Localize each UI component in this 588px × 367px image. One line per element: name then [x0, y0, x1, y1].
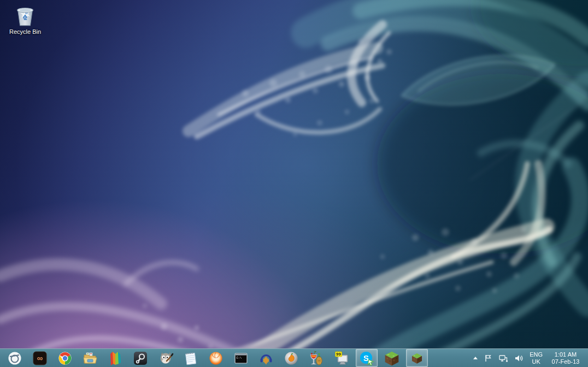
- wallpaper-smoke-art: [0, 0, 588, 367]
- command-prompt-icon: C:\: [233, 351, 249, 366]
- cocktail-pineapple-icon: [308, 351, 325, 366]
- start-orb-icon: [7, 351, 22, 366]
- avg-antivirus-icon: [108, 351, 123, 366]
- skype-s-glyph: S: [363, 353, 369, 362]
- file-explorer-icon: [82, 351, 98, 366]
- audacity-icon: [258, 351, 274, 366]
- taskbar-apps: ∞: [0, 349, 430, 367]
- chevron-up-icon: [473, 357, 478, 359]
- infinity-app-button[interactable]: ∞: [27, 349, 52, 367]
- cocktail-app-button[interactable]: [304, 349, 329, 367]
- taskbar: ∞: [0, 348, 588, 367]
- fraps-icon: 99: [334, 351, 349, 366]
- avg-antivirus-button[interactable]: [103, 349, 128, 367]
- skype-icon: S: [359, 351, 374, 366]
- chrome-button[interactable]: [52, 349, 78, 367]
- cmd-prompt-text: C:\: [237, 356, 242, 359]
- steam-button[interactable]: [128, 349, 153, 367]
- infinity-glyph: ∞: [37, 353, 43, 363]
- fraps-button[interactable]: 99: [329, 349, 354, 367]
- minecraft-small-icon: [411, 352, 423, 364]
- command-prompt-button[interactable]: C:\: [228, 349, 254, 367]
- chrome-icon: [57, 351, 73, 366]
- file-explorer-button[interactable]: [78, 349, 103, 367]
- recycle-bin[interactable]: Recycle Bin: [4, 3, 46, 35]
- clock[interactable]: 1:01 AM 07-Feb-13: [549, 351, 583, 365]
- notepad-icon: [183, 351, 198, 366]
- gimp-icon: [157, 351, 174, 366]
- steam-icon: [133, 351, 148, 366]
- clock-date: 07-Feb-13: [552, 358, 580, 365]
- skype-button[interactable]: S: [356, 349, 378, 367]
- network-button[interactable]: [498, 349, 508, 367]
- fl-studio-button[interactable]: [279, 349, 304, 367]
- desktop: Recycle Bin ∞: [0, 0, 588, 367]
- gimp-button[interactable]: [153, 349, 178, 367]
- volume-icon: [514, 354, 524, 363]
- recycle-bin-icon: [13, 3, 37, 27]
- recycle-bin-label: Recycle Bin: [9, 28, 41, 35]
- system-tray: ENG UK 1:01 AM 07-Feb-13: [473, 349, 588, 367]
- minecraft-running-button[interactable]: [406, 349, 428, 367]
- fl-studio-icon: [284, 351, 299, 366]
- minecraft-button[interactable]: [379, 349, 404, 367]
- minecraft-icon: [384, 350, 400, 366]
- language-line1: ENG: [530, 351, 543, 358]
- notepad-button[interactable]: [178, 349, 203, 367]
- language-line2: UK: [532, 358, 540, 365]
- network-icon: [498, 354, 508, 363]
- show-hidden-icons-button[interactable]: [473, 349, 478, 367]
- flag-icon: [484, 354, 492, 363]
- fraps-badge: 99: [336, 352, 341, 357]
- language-indicator[interactable]: ENG UK: [530, 351, 543, 365]
- audacity-button[interactable]: [254, 349, 279, 367]
- infinity-app-icon: ∞: [32, 351, 48, 366]
- start-button[interactable]: [2, 349, 27, 367]
- action-center-button[interactable]: [484, 349, 492, 367]
- bitcomet-icon: [208, 351, 224, 366]
- bitcomet-button[interactable]: [203, 349, 228, 367]
- clock-time: 1:01 AM: [555, 351, 577, 358]
- volume-button[interactable]: [514, 349, 524, 367]
